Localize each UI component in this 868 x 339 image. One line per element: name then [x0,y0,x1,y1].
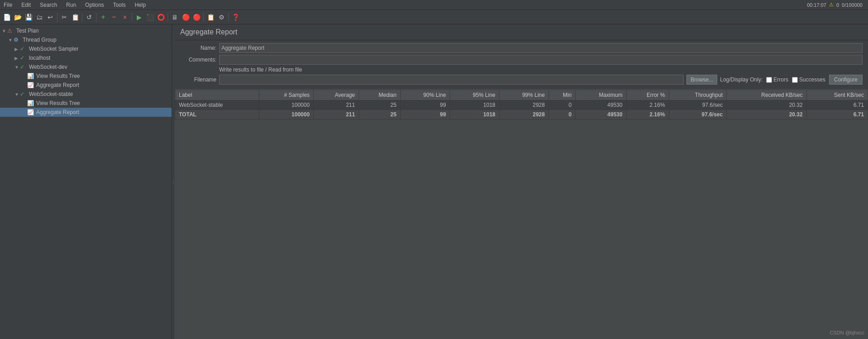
tree-item-aggregate-dev[interactable]: 📈 Aggregate Report [0,81,172,90]
gear-icon-thread-group: ⚙ [14,36,21,43]
check-icon-localhost: ✓ [20,54,27,62]
warning-count: 0 [836,2,839,8]
col-median: Median [359,90,400,100]
arrow-test-plan: ▼ [2,29,7,33]
results-table: Label # Samples Average Median 90% Line … [175,90,868,339]
tree-item-localhost[interactable]: ▶ ✓ localhost [0,53,172,62]
col-sent-kb: Sent KB/sec [806,90,868,100]
arrow-aggregate-stable [22,110,27,115]
remove-button[interactable]: − [109,12,119,22]
filename-input[interactable] [219,75,684,85]
remote-stop-button[interactable]: 🔴 [181,12,191,22]
save-button[interactable]: 💾 [24,12,34,22]
revert-button[interactable]: ↩ [45,12,55,22]
write-results-label: Write results to file / Read from file [219,67,863,73]
label-view-results-dev: View Results Tree [36,73,80,79]
tree-item-thread-group[interactable]: ▼ ⚙ Thread Group [0,35,172,44]
arrow-websocket-dev: ▼ [14,65,20,70]
menu-options[interactable]: Options [83,2,106,8]
menu-run[interactable]: Run [64,2,78,8]
new-button[interactable]: 📄 [2,12,12,22]
chart-icon-view-results-stable: 📊 [27,100,34,107]
col-error-pct: Error % [626,90,669,100]
check-icon-websocket-dev: ✓ [20,63,27,71]
copy-button[interactable]: 📋 [70,12,80,22]
errors-checkbox-label[interactable]: Errors [766,76,788,83]
configure-button[interactable]: Configure [829,75,863,85]
tree-item-aggregate-stable[interactable]: 📈 Aggregate Report [0,108,172,117]
successes-label: Successes [799,76,825,83]
col-min: Min [549,90,575,100]
shutdown-button[interactable]: ⭕ [156,12,166,22]
errors-checkbox[interactable] [766,77,772,83]
save-all-button[interactable]: 🗂 [34,12,44,22]
label-test-plan: Test Plan [16,28,38,34]
remote-start-button[interactable]: 🖥 [170,12,180,22]
chart-icon-aggregate-stable: 📈 [27,109,34,116]
filename-row: Filename Browse... Log/Display Only: Err… [180,75,863,85]
name-label: Name: [180,45,216,51]
filename-label: Filename [180,76,216,83]
menu-search[interactable]: Search [38,2,59,8]
cell-received-kb: 20.32 [727,100,806,110]
cell-label: TOTAL [175,110,259,119]
cell-average: 211 [313,100,359,110]
main-layout: ▼ ⚠ Test Plan ▼ ⚙ Thread Group ▶ ✓ WebSo… [0,24,868,339]
warning-icon: ⚠ [829,2,834,8]
cell-95line: 1018 [450,110,499,119]
tree-item-websocket-dev[interactable]: ▼ ✓ WebSocket-dev [0,62,172,72]
menu-help[interactable]: Help [133,2,148,8]
options-button[interactable]: ⚙ [216,12,226,22]
cut-button[interactable]: ✂ [59,12,69,22]
cell-median: 25 [359,110,400,119]
successes-checkbox[interactable] [792,77,798,83]
col-average: Average [313,90,359,100]
col-90line: 90% Line [400,90,450,100]
toolbar-sep-1 [57,13,58,22]
arrow-websocket-stable: ▼ [14,92,20,97]
open-button[interactable]: 📂 [13,12,23,22]
browse-button[interactable]: Browse... [686,75,717,85]
run-button[interactable]: ▶ [134,12,144,22]
toolbar-sep-4 [132,13,132,22]
label-thread-group: Thread Group [23,37,57,43]
label-websocket-stable: WebSocket-stable [29,91,73,97]
tree-item-view-results-dev[interactable]: 📊 View Results Tree [0,72,172,81]
col-99line: 99% Line [499,90,549,100]
cell-90line: 99 [400,110,450,119]
table-body: WebSocket-stable100000211259910182928049… [175,100,868,119]
name-input[interactable] [219,43,863,53]
tree-item-websocket-sampler[interactable]: ▶ ✓ WebSocket Sampler [0,44,172,53]
comments-row: Comments: [180,55,863,65]
comments-input[interactable] [219,55,863,65]
report-title: Aggregate Report [175,24,868,40]
cell-throughput: 97.6/sec [669,110,727,119]
menu-file[interactable]: File [2,2,14,8]
stop-button[interactable]: ⬛ [145,12,155,22]
tree-item-view-results-stable[interactable]: 📊 View Results Tree [0,99,172,108]
clear-button[interactable]: × [120,12,130,22]
cell-min: 0 [549,100,575,110]
cell-label: WebSocket-stable [175,100,259,110]
add-button[interactable]: + [98,12,108,22]
cell-error-pct: 2.16% [626,100,669,110]
successes-checkbox-label[interactable]: Successes [792,76,825,83]
timer-display: 00:17:07 [807,2,826,8]
toolbar-sep-3 [96,13,96,22]
tree-item-websocket-stable[interactable]: ▼ ✓ WebSocket-stable [0,90,172,99]
chart-icon-view-results-dev: 📊 [27,72,34,80]
check-icon-websocket-sampler: ✓ [20,45,27,53]
col-throughput: Throughput [669,90,727,100]
cell-received-kb: 20.32 [727,110,806,119]
menu-tools[interactable]: Tools [111,2,127,8]
tree-item-test-plan[interactable]: ▼ ⚠ Test Plan [0,26,172,35]
help-button[interactable]: ❓ [230,12,240,22]
template-button[interactable]: 📋 [206,12,216,22]
menu-edit[interactable]: Edit [19,2,33,8]
table-row: WebSocket-stable100000211259910182928049… [175,100,868,110]
remote-all-button[interactable]: 🔴 [192,12,201,22]
comments-label: Comments: [180,57,216,63]
aggregate-table: Label # Samples Average Median 90% Line … [175,90,868,119]
label-view-results-stable: View Results Tree [36,100,80,106]
undo-button[interactable]: ↺ [84,12,94,22]
